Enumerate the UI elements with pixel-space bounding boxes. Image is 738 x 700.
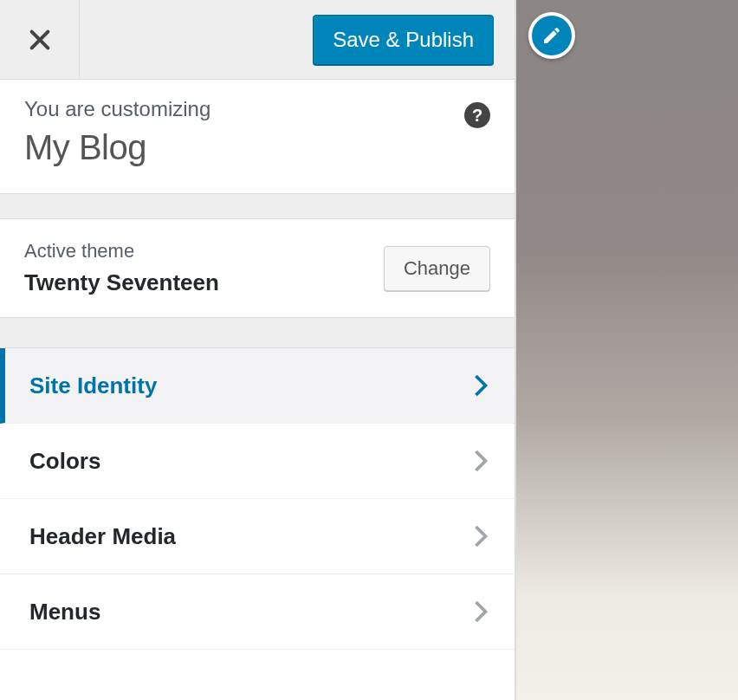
preview-pane	[515, 0, 738, 700]
panel-site-identity[interactable]: Site Identity	[0, 348, 515, 424]
active-theme-name: Twenty Seventeen	[24, 269, 219, 296]
pencil-icon	[541, 25, 562, 46]
header-section: You are customizing My Blog ?	[0, 80, 515, 193]
save-publish-button[interactable]: Save & Publish	[313, 15, 494, 65]
panel-label: Menus	[29, 599, 100, 625]
section-gap	[0, 317, 515, 348]
panel-list: Site Identity Colors Header Media Menus	[0, 348, 515, 650]
topbar: Save & Publish	[0, 0, 515, 80]
customizer-app: Save & Publish You are customizing My Bl…	[0, 0, 738, 700]
close-button[interactable]	[0, 0, 80, 79]
help-button[interactable]: ?	[464, 102, 490, 128]
panel-menus[interactable]: Menus	[0, 574, 515, 650]
panel-colors[interactable]: Colors	[0, 424, 515, 499]
panel-label: Colors	[29, 448, 100, 475]
panel-label: Site Identity	[29, 373, 157, 399]
active-theme-section: Active theme Twenty Seventeen Change	[0, 219, 515, 317]
theme-texts: Active theme Twenty Seventeen	[24, 240, 219, 296]
help-icon: ?	[472, 106, 482, 126]
site-title: My Blog	[24, 128, 490, 167]
active-theme-label: Active theme	[24, 240, 219, 262]
customizer-sidebar: Save & Publish You are customizing My Bl…	[0, 0, 515, 700]
chevron-right-icon	[471, 446, 490, 476]
section-gap	[0, 193, 515, 219]
customize-label: You are customizing	[24, 97, 490, 121]
panel-header-media[interactable]: Header Media	[0, 499, 515, 574]
panel-label: Header Media	[29, 523, 176, 550]
chevron-right-icon	[471, 522, 490, 551]
chevron-right-icon	[471, 371, 490, 400]
change-theme-button[interactable]: Change	[384, 246, 490, 291]
topbar-spacer	[80, 0, 313, 79]
chevron-right-icon	[471, 597, 490, 626]
close-icon	[28, 28, 52, 52]
edit-shortcut-button[interactable]	[528, 12, 575, 59]
